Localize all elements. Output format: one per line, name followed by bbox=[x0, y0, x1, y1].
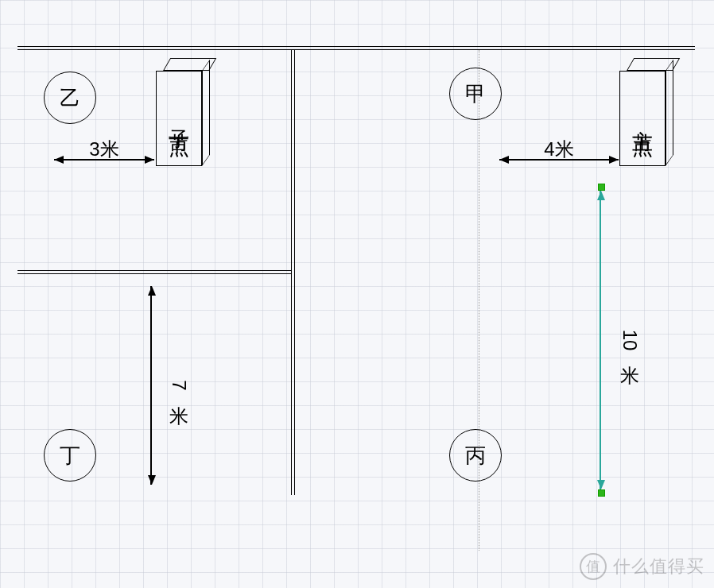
dimension-vertical-10-label: 10米 bbox=[617, 330, 642, 351]
watermark-text: 什么值得买 bbox=[613, 555, 704, 578]
child-node-box: 子节点 bbox=[156, 58, 211, 167]
dimension-vertical-7: 7米 bbox=[150, 286, 152, 485]
wall-top bbox=[17, 46, 695, 50]
box-side-face bbox=[665, 60, 673, 166]
box-side-face bbox=[202, 60, 210, 166]
node-bing: 丙 bbox=[449, 429, 502, 482]
wall-mid-left bbox=[17, 270, 291, 274]
dimension-yi-to-child: 3米 bbox=[54, 159, 154, 161]
selection-handle-top[interactable] bbox=[598, 184, 605, 191]
node-bing-label: 丙 bbox=[465, 442, 486, 470]
child-node-label: 子节点 bbox=[156, 71, 202, 166]
dimension-jia-to-main: 4米 bbox=[499, 159, 619, 161]
dimension-yi-to-child-label: 3米 bbox=[54, 137, 154, 162]
watermark-badge: 值 bbox=[580, 553, 607, 580]
dimension-vertical-7-label: 7米 bbox=[166, 380, 192, 390]
node-jia: 甲 bbox=[449, 68, 502, 120]
watermark: 值 什么值得买 bbox=[580, 553, 704, 580]
main-node-box: 主节点 bbox=[619, 58, 675, 167]
dimension-vertical-10[interactable]: 10米 bbox=[600, 184, 601, 496]
node-ding-label: 丁 bbox=[60, 442, 80, 470]
wall-center-vertical bbox=[291, 50, 295, 495]
node-yi-label: 乙 bbox=[60, 84, 80, 112]
selection-handle-bottom[interactable] bbox=[598, 489, 605, 497]
node-yi: 乙 bbox=[44, 72, 96, 124]
diagram-canvas: 乙 甲 丁 丙 子节点 主节点 3米 4米 7米 10米 值 什么值得买 bbox=[0, 0, 714, 588]
node-ding: 丁 bbox=[44, 429, 96, 482]
node-jia-label: 甲 bbox=[465, 80, 486, 108]
dimension-jia-to-main-label: 4米 bbox=[499, 137, 619, 162]
main-node-label: 主节点 bbox=[619, 71, 665, 166]
